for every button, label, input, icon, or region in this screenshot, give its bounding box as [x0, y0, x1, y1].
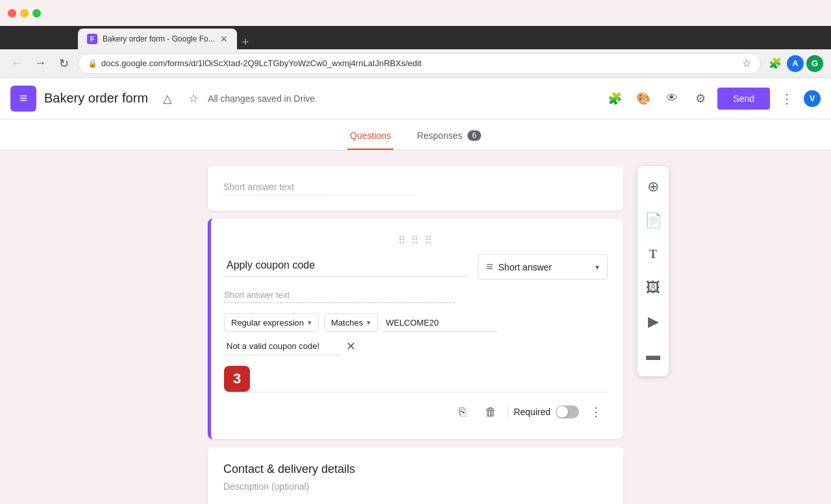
app-bar: ≡ Bakery order form △ ☆ All changes save… — [0, 78, 831, 119]
browser-chrome: F Bakery order form - Google Fo... ✕ + ←… — [0, 0, 831, 78]
badge-row: 3 — [224, 366, 608, 392]
palette-button[interactable]: 🎨 — [632, 87, 655, 110]
type-dropdown-arrow: ▾ — [595, 263, 599, 272]
copy-button[interactable]: ⎘ — [451, 400, 474, 424]
form-area: Short answer text ⠿ ⠿ ⠿ Apply coupon cod… — [208, 166, 623, 504]
tab-title: Bakery order form - Google Fo... — [103, 34, 215, 43]
responses-tab-label: Responses — [417, 130, 462, 141]
maximize-traffic-light[interactable] — [32, 9, 41, 18]
back-button[interactable]: ← — [8, 54, 26, 73]
delete-icon: 🗑 — [485, 405, 497, 419]
forms-icon: ≡ — [19, 91, 27, 106]
drag-handle[interactable]: ⠿ ⠿ ⠿ — [224, 234, 608, 246]
extensions-button[interactable]: 🧩 — [766, 54, 784, 73]
error-message-input[interactable]: Not a valid coupon code! — [224, 337, 341, 355]
previous-question-card: Short answer text — [208, 166, 623, 211]
answer-type-label: Short answer — [499, 262, 590, 272]
image-icon: 🖼 — [646, 280, 660, 296]
app-bar-right: 🧩 🎨 👁 ⚙ Send ⋮ V — [603, 87, 821, 110]
add-title-button[interactable]: T — [638, 239, 669, 270]
active-tab[interactable]: F Bakery order form - Google Fo... ✕ — [78, 29, 237, 49]
condition-type-label: Matches — [331, 318, 363, 328]
short-answer-type-icon: ≡ — [486, 260, 493, 274]
more-menu-button[interactable]: ⋮ — [775, 87, 799, 110]
required-toggle[interactable] — [556, 405, 579, 418]
answer-type-select[interactable]: ≡ Short answer ▾ — [478, 254, 608, 280]
tab-favicon: F — [87, 34, 97, 44]
pattern-input[interactable]: WELCOME20 — [383, 314, 497, 332]
remove-icon: ✕ — [346, 339, 356, 354]
send-button[interactable]: Send — [717, 88, 770, 110]
responses-badge: 6 — [467, 130, 481, 141]
minimize-traffic-light[interactable] — [20, 9, 29, 18]
add-icon: ⊕ — [647, 178, 659, 195]
toolbar-icons: 🧩 A G — [766, 54, 823, 73]
condition-dropdown-arrow: ▾ — [367, 318, 371, 327]
add-section-button[interactable]: ▬ — [638, 340, 669, 371]
drive-button[interactable]: △ — [156, 87, 179, 110]
questions-tab-label: Questions — [350, 130, 391, 141]
coupon-code-card: ⠿ ⠿ ⠿ Apply coupon code ≡ Short answer ▾… — [208, 219, 623, 439]
app-bar-actions: △ ☆ All changes saved in Drive — [156, 87, 315, 110]
address-bar[interactable]: 🔒 docs.google.com/forms/d/1lOiScXtad-2Q9… — [78, 53, 761, 74]
required-label: Required — [514, 407, 551, 417]
expression-dropdown-arrow: ▾ — [308, 318, 312, 327]
refresh-button[interactable]: ↻ — [55, 54, 73, 73]
browser-toolbar: ← → ↻ 🔒 docs.google.com/forms/d/1lOiScXt… — [0, 49, 831, 78]
toggle-knob — [556, 406, 568, 418]
copy-icon: ⎘ — [459, 405, 466, 419]
close-traffic-light[interactable] — [8, 9, 16, 18]
bookmark-icon[interactable]: ☆ — [742, 57, 751, 69]
settings-button[interactable]: ⚙ — [689, 87, 712, 110]
footer-more-button[interactable]: ⋮ — [584, 400, 608, 424]
contact-card-title: Contact & delivery details — [223, 462, 608, 476]
account-avatar[interactable]: G — [806, 55, 823, 72]
expression-type-dropdown[interactable]: Regular expression ▾ — [224, 313, 319, 332]
prev-card-placeholder: Short answer text — [223, 182, 416, 195]
import-icon: 📄 — [645, 212, 662, 229]
question-row: Apply coupon code ≡ Short answer ▾ — [224, 254, 608, 280]
more-vert-icon: ⋮ — [590, 405, 602, 419]
addon-button[interactable]: 🧩 — [603, 87, 626, 110]
profile-avatar[interactable]: A — [787, 55, 804, 72]
new-tab-button[interactable]: + — [237, 36, 254, 49]
import-question-button[interactable]: 📄 — [638, 205, 669, 236]
user-avatar[interactable]: V — [804, 90, 821, 107]
remove-validation-button[interactable]: ✕ — [346, 339, 356, 354]
contact-card: Contact & delivery details Description (… — [208, 447, 623, 504]
tab-responses[interactable]: Responses 6 — [414, 123, 484, 150]
delete-button[interactable]: 🗑 — [479, 400, 502, 424]
short-answer-placeholder: Short answer text — [224, 290, 454, 303]
add-question-button[interactable]: ⊕ — [638, 171, 669, 202]
video-icon: ▶ — [648, 313, 659, 330]
expression-type-label: Regular expression — [231, 318, 304, 328]
card-footer: ⎘ 🗑 Required ⋮ — [224, 392, 608, 424]
main-content: Short answer text ⠿ ⠿ ⠿ Apply coupon cod… — [0, 150, 831, 504]
side-toolbar: ⊕ 📄 T 🖼 ▶ ▬ — [638, 166, 669, 376]
forward-button[interactable]: → — [31, 54, 49, 73]
app-icon: ≡ — [10, 86, 36, 112]
title-bar — [0, 0, 831, 26]
form-tabs: Questions Responses 6 — [0, 119, 831, 150]
validation-row: Regular expression ▾ Matches ▾ WELCOME20… — [224, 313, 608, 355]
tab-bar: F Bakery order form - Google Fo... ✕ + — [0, 26, 831, 49]
star-button[interactable]: ☆ — [182, 87, 205, 110]
section-icon: ▬ — [646, 347, 660, 364]
traffic-lights — [8, 9, 41, 18]
add-video-button[interactable]: ▶ — [638, 306, 669, 337]
preview-button[interactable]: 👁 — [660, 87, 684, 110]
condition-type-dropdown[interactable]: Matches ▾ — [324, 313, 378, 332]
number-badge[interactable]: 3 — [224, 366, 250, 392]
app-title: Bakery order form — [44, 91, 148, 106]
add-image-button[interactable]: 🖼 — [638, 272, 669, 304]
question-title-input[interactable]: Apply coupon code — [224, 254, 467, 277]
tab-close-button[interactable]: ✕ — [220, 34, 228, 44]
title-icon: T — [649, 248, 657, 261]
lock-icon: 🔒 — [88, 59, 97, 68]
contact-card-description: Description (optional) — [223, 481, 608, 492]
divider — [508, 404, 508, 420]
url-text: docs.google.com/forms/d/1lOiScXtad-2Q9Lc… — [101, 58, 738, 68]
saved-text: All changes saved in Drive — [208, 93, 315, 104]
tab-questions[interactable]: Questions — [347, 123, 393, 150]
